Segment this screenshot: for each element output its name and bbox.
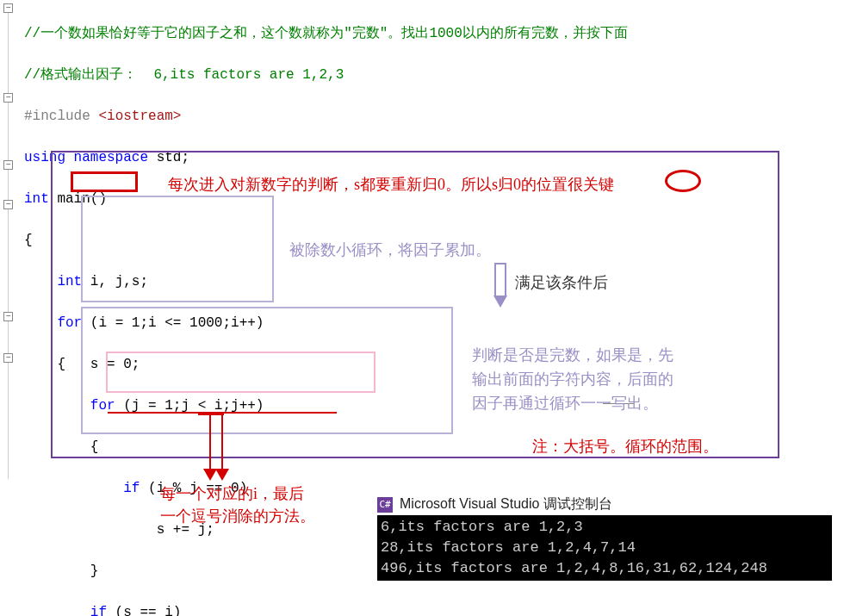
fold-box[interactable]: −: [3, 93, 13, 103]
annot-red-comma: 每一个对应的i，最后一个逗号消除的方法。: [160, 482, 315, 527]
kw-namespace: namespace: [74, 150, 157, 165]
annot-red-brace: 注：大括号。循环的范围。: [532, 436, 718, 457]
console-title-text: Microsoft Visual Studio 调试控制台: [400, 495, 612, 513]
fold-box[interactable]: −: [3, 3, 13, 13]
comment-line: //一个数如果恰好等于它的因子之和，这个数就称为"完数"。找出1000以内的所有…: [24, 26, 628, 41]
kw-int: int: [24, 191, 49, 207]
fold-box[interactable]: −: [3, 312, 13, 321]
annot-red-reset: 每次进入对新数字的判断，s都要重新归0。所以s归0的位置很关键: [168, 174, 614, 195]
annot-purple-inner: 被除数小循环，将因子累加。: [289, 240, 491, 260]
comment-line: //格式输出因子： 6,its factors are 1,2,3: [24, 67, 344, 83]
debug-console[interactable]: 6,its factors are 1,2,3 28,its factors a…: [377, 515, 832, 581]
code-fold-gutter: − − − − − −: [0, 0, 21, 482]
fn-main: main(): [49, 191, 107, 207]
annot-purple-judge: 判断是否是完数，如果是，先输出前面的字符内容，后面的因子再通过循环一一写出。: [472, 343, 673, 415]
fold-box[interactable]: −: [3, 160, 13, 170]
name-std: std: [157, 150, 182, 165]
arrow-bar-red: [198, 414, 224, 415]
kw-using: using: [24, 150, 74, 165]
fold-box[interactable]: −: [3, 353, 13, 363]
fold-box[interactable]: −: [3, 200, 13, 209]
annot-condition: 满足该条件后: [515, 272, 608, 293]
pp-include: #include: [24, 109, 98, 124]
vs-icon: C#: [377, 497, 393, 513]
pp-header: <iostream>: [98, 109, 181, 124]
console-title-bar: C# Microsoft Visual Studio 调试控制台: [377, 495, 612, 513]
